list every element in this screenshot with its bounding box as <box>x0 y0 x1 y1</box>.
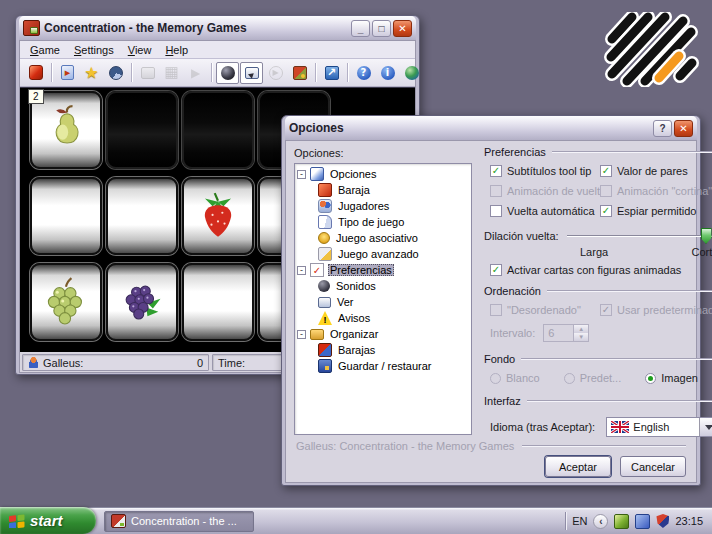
tree-item-guardar-restaurar[interactable]: Guardar / restaurar <box>297 358 469 374</box>
tree-item-baraja[interactable]: Baraja <box>297 182 469 198</box>
checkbox-label: Animación "cortina" <box>617 185 712 197</box>
tree-item-opciones[interactable]: -Opciones <box>297 166 469 182</box>
info-button[interactable]: i <box>376 62 399 84</box>
players-icon <box>318 199 332 213</box>
tree-item-ver[interactable]: Ver <box>297 294 469 310</box>
tree-item-preferencias[interactable]: -Preferencias <box>297 262 469 278</box>
combo-dropdown-button[interactable] <box>699 418 712 436</box>
dialog-help-button[interactable]: ? <box>653 120 672 137</box>
delay-slider-thumb[interactable] <box>701 228 712 244</box>
close-button[interactable]: ✕ <box>393 20 412 37</box>
screen-icon <box>141 67 155 79</box>
card-r2c2-white[interactable] <box>106 177 178 255</box>
play-icon: ▶ <box>188 65 204 81</box>
player-icon <box>28 357 39 368</box>
globe-button[interactable] <box>400 62 423 84</box>
options-tree: -OpcionesBarajaJugadoresTipo de juegoJue… <box>294 163 472 435</box>
tree-item-juego-asociativo[interactable]: Juego asociativo <box>297 230 469 246</box>
card-r3c2-blackberry[interactable] <box>106 263 178 341</box>
language-indicator[interactable]: EN <box>572 515 587 527</box>
checkbox-box[interactable] <box>600 205 612 217</box>
tree-item-sonidos[interactable]: Sonidos <box>297 278 469 294</box>
card-r3c3-white[interactable] <box>182 263 254 341</box>
new-game-icon <box>29 65 43 80</box>
tree-item-label: Ver <box>335 296 356 308</box>
checkbox-box[interactable] <box>490 205 502 217</box>
card-r3c1-grapes[interactable] <box>30 263 102 341</box>
card-r2c3-strawberry[interactable] <box>182 177 254 255</box>
slider-left-label: Larga <box>580 246 608 258</box>
player-label: Galleus: <box>43 357 83 369</box>
preferences-checkboxes: Subtítulos tool tipValor de paresAnimaci… <box>490 165 712 217</box>
cancel-button[interactable]: Cancelar <box>620 456 686 477</box>
checkbox-vuelta-autom-tica[interactable]: Vuelta automática <box>490 205 596 217</box>
checkbox-box <box>490 304 502 316</box>
language-value: English <box>633 421 699 433</box>
monitor-button[interactable] <box>240 62 263 84</box>
taskbar-item-concentration[interactable]: Concentration - the ... <box>104 511 254 532</box>
pie-button[interactable] <box>104 62 127 84</box>
interval-spinner: 6 ▲ ▼ <box>543 324 589 342</box>
menu-settings[interactable]: Settings <box>68 43 120 57</box>
start-label: start <box>30 512 63 529</box>
radio-label: Blanco <box>506 372 540 384</box>
checkbox-box[interactable] <box>600 165 612 177</box>
chevron-down-icon <box>705 425 712 434</box>
tree-item-organizar[interactable]: -Organizar <box>297 326 469 342</box>
tree-item-juego-avanzado[interactable]: Juego avanzado <box>297 246 469 262</box>
card-go-button[interactable]: ▸ <box>56 62 79 84</box>
checkbox-box[interactable] <box>490 264 502 276</box>
checkbox-valor-de-pares[interactable]: Valor de pares <box>600 165 712 177</box>
card-go-icon: ▸ <box>61 65 74 80</box>
monitor-icon <box>245 67 259 79</box>
options-icon <box>310 167 324 181</box>
radio-imagen[interactable]: Imagen <box>645 372 698 384</box>
card-r1c3-dark[interactable] <box>182 91 254 169</box>
tree-expander-icon[interactable]: - <box>297 330 306 339</box>
card-r2c1-white[interactable] <box>30 177 102 255</box>
help-button[interactable]: ? <box>352 62 375 84</box>
tree-item-tipo-de-juego[interactable]: Tipo de juego <box>297 214 469 230</box>
tree-item-barajas[interactable]: Barajas <box>297 342 469 358</box>
save-icon <box>318 359 332 373</box>
tray-icon-2[interactable] <box>635 514 650 529</box>
card-r1c2-dark[interactable] <box>106 91 178 169</box>
language-combo[interactable]: English <box>606 417 712 437</box>
menu-view[interactable]: View <box>122 43 158 57</box>
radio-circle[interactable] <box>645 373 656 384</box>
view-icon <box>318 297 331 308</box>
menu-help[interactable]: Help <box>159 43 194 57</box>
tray-collapse-chevron-icon[interactable]: ‹ <box>593 514 608 529</box>
organize-icon <box>310 329 324 340</box>
checkbox-subt-tulos-tool-tip[interactable]: Subtítulos tool tip <box>490 165 596 177</box>
tree-item-label: Opciones <box>328 168 378 180</box>
tree-item-avisos[interactable]: Avisos <box>297 310 469 326</box>
tree-expander-icon[interactable]: - <box>297 266 306 275</box>
cards-warn-button[interactable] <box>288 62 311 84</box>
checkbox-activar-cartas-animadas[interactable]: Activar cartas con figuras animadas <box>490 264 712 276</box>
accept-button[interactable]: Aceptar <box>545 456 611 477</box>
maximize-button[interactable]: □ <box>372 20 391 37</box>
start-button[interactable]: start <box>0 507 96 534</box>
speaker-button[interactable] <box>216 62 239 84</box>
checkbox-espiar-permitido[interactable]: Espiar permitido <box>600 205 712 217</box>
star-button[interactable]: ★ <box>80 62 103 84</box>
tree-item-jugadores[interactable]: Jugadores <box>297 198 469 214</box>
fullscreen-button[interactable]: ↗ <box>320 62 343 84</box>
tree-expander-icon[interactable]: - <box>297 170 306 179</box>
checkbox-label: Animación de vuelta <box>507 185 606 197</box>
main-titlebar[interactable]: Concentration - the Memory Games _ □ ✕ <box>19 16 416 40</box>
delay-slider[interactable] <box>567 227 712 245</box>
dialog-close-button[interactable]: ✕ <box>674 120 693 137</box>
tray-shield-icon[interactable] <box>656 514 669 528</box>
menu-game[interactable]: Game <box>24 43 66 57</box>
checkbox-label: Espiar permitido <box>617 205 696 217</box>
tray-icon-1[interactable] <box>614 514 629 529</box>
dialog-titlebar[interactable]: Opciones ? ✕ <box>285 116 697 140</box>
checkbox-label: Vuelta automática <box>507 205 595 217</box>
minimize-button[interactable]: _ <box>351 20 370 37</box>
checkbox-box[interactable] <box>490 165 502 177</box>
dialog-footer: Galleus: Concentration - the Memory Game… <box>296 440 686 452</box>
checkbox-label: Valor de pares <box>617 165 688 177</box>
new-game-button[interactable] <box>24 62 47 84</box>
